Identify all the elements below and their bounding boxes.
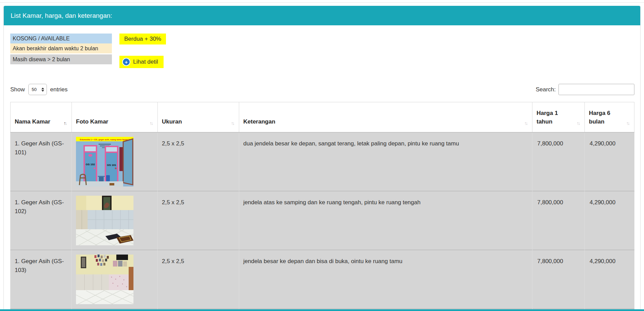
plus-circle-icon: + [123,59,130,65]
room-photo [76,196,133,245]
legend-available: KOSONG / AVAILABLE [10,34,112,43]
legend-rented: Masih disewa > 2 bulan [10,54,112,64]
sort-desc-icon: ↓ [578,120,579,126]
room-size-cell: 2,5 x 2,5 [158,250,239,309]
sort-icons: ↑↓ [64,120,67,126]
door-label-right: GS 101 [107,164,116,167]
select-caret-icon [41,88,44,92]
column-label: Foto Kamar [76,117,108,126]
panel-body: KOSONG / AVAILABLE Akan berakhir dalam w… [4,25,640,311]
sort-desc-icon: ↓ [526,120,527,126]
sort-desc-icon: ↓ [65,120,66,126]
room-description-cell: jendela besar ke depan dan bisa di buka,… [239,250,532,309]
legend-lihat-detil: + Lihat detil [119,56,164,68]
legend-expiring: Akan berakhir dalam waktu 2 bulan [10,43,112,53]
column-label: Harga 1 tahun [537,109,563,126]
column-header-nama-kamar[interactable]: Nama Kamar ↑↓ [11,102,72,132]
room-name-cell: 1. Geger Asih (GS-103) [11,250,72,309]
room-size-cell: 2,5 x 2,5 [158,132,239,191]
column-header-harga-1-tahun[interactable]: Harga 1 tahun ↑↓ [532,102,585,132]
price-6-month-cell: 4,290,000 [585,191,634,250]
sort-icons: ↑↓ [231,120,235,126]
room-photo: Edumedia 1 = GS, geger asih, ruang tamu … [76,137,133,186]
sort-desc-icon: ↓ [232,120,234,126]
legend: KOSONG / AVAILABLE Akan berakhir dalam w… [10,34,634,68]
photo-banner-label: Edumedia 1 = GS, geger asih, ruang tamu … [80,138,130,141]
room-size-cell: 2,5 x 2,5 [158,191,239,250]
room-name-cell: 1. Geger Asih (GS-101) [11,132,72,191]
rooms-table: Nama Kamar ↑↓ Foto Kamar ↑↓ Ukuran ↑↓ Ke… [10,102,634,311]
column-header-harga-6-bulan[interactable]: Harga 6 bulan ↑↓ [585,102,634,132]
column-label: Nama Kamar [15,117,50,126]
column-label: Ukuran [162,117,182,126]
legend-tags-column: Berdua + 30% + Lihat detil [119,34,166,68]
column-label: Harga 6 bulan [589,109,615,126]
price-1-year-cell: 7,800,000 [532,250,585,309]
room-photo-cell [72,191,158,250]
bottom-teal-strip [0,309,644,311]
table-controls: Show 50 entries Search: [10,84,634,95]
header-row: Nama Kamar ↑↓ Foto Kamar ↑↓ Ukuran ↑↓ Ke… [11,102,634,132]
search-box: Search: [536,84,634,95]
room-photo [76,255,133,304]
search-input[interactable] [558,84,634,95]
column-header-ukuran[interactable]: Ukuran ↑↓ [158,102,239,132]
room-photo-cell: Edumedia 1 = GS, geger asih, ruang tamu … [72,132,158,191]
price-1-year-cell: 7,800,000 [532,132,585,191]
column-label: Keterangan [243,117,275,126]
table-row: 1. Geger Asih (GS-101) Edumedia 1 = GS, … [11,132,634,191]
page-length-select[interactable]: 50 [28,84,47,95]
rooms-panel: List Kamar, harga, dan keterangan: KOSON… [3,6,641,311]
entries-label: entries [50,86,68,93]
table-row: 1. Geger Asih (GS-102) [11,191,634,250]
panel-title: List Kamar, harga, dan keterangan: [4,6,640,25]
sort-icons: ↑↓ [626,120,630,126]
room-name-cell: 1. Geger Asih (GS-102) [11,191,72,250]
legend-berdua: Berdua + 30% [119,34,166,44]
room-description-cell: dua jendela besar ke depan, sangat teran… [239,132,532,191]
price-6-month-cell: 4,290,000 [585,132,634,191]
sort-icons: ↑↓ [577,120,580,126]
room-photo-cell [72,250,158,309]
price-6-month-cell: 4,290,000 [585,250,634,309]
table-row: 1. Geger Asih (GS-103) [11,250,634,309]
lihat-detil-label: Lihat detil [133,59,158,65]
sort-desc-icon: ↓ [628,120,629,126]
door-label-left: GS 102 [86,163,95,166]
page-length-value: 50 [32,87,37,92]
sort-icons: ↑↓ [524,120,528,126]
search-label: Search: [536,86,556,93]
sort-desc-icon: ↓ [151,120,152,126]
sort-icons: ↑↓ [150,120,153,126]
column-header-keterangan[interactable]: Keterangan ↑↓ [239,102,532,132]
top-bar [0,0,644,3]
price-1-year-cell: 7,800,000 [532,191,585,250]
column-header-foto-kamar[interactable]: Foto Kamar ↑↓ [72,102,158,132]
legend-status-column: KOSONG / AVAILABLE Akan berakhir dalam w… [10,34,112,64]
room-description-cell: jendela atas ke samping dan ke ruang ten… [239,191,532,250]
show-label: Show [10,86,25,93]
